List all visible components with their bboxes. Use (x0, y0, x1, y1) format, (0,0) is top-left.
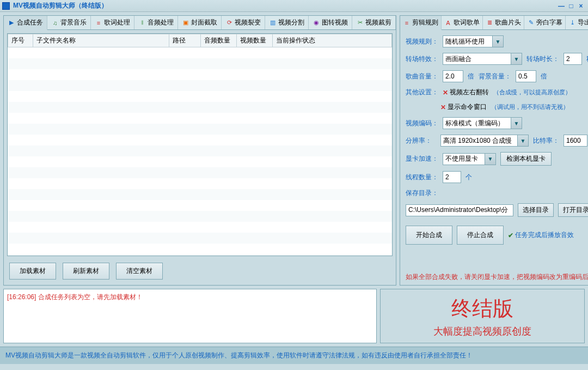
chevron-down-icon[interactable]: ▼ (517, 135, 528, 146)
tab-icon: ♫ (51, 19, 59, 27)
song-vol-input[interactable] (443, 70, 463, 82)
flip-checkbox[interactable]: ✕视频左右翻转 (443, 88, 489, 97)
col-音频数量[interactable]: 音频数量 (201, 34, 237, 47)
clear-button[interactable]: 清空素材 (116, 263, 163, 280)
transition-dur-label: 转场时长： (526, 54, 559, 64)
savedir-input[interactable] (406, 204, 513, 216)
transition-label: 转场特效： (406, 54, 438, 64)
tab-icon: ⤓ (568, 19, 576, 27)
tab-icon: ≡ (403, 19, 411, 27)
col-子文件夹名称[interactable]: 子文件夹名称 (33, 34, 169, 47)
tab-图转视频[interactable]: ◉图转视频 (309, 16, 352, 29)
open-dir-button[interactable]: 打开目录 (558, 203, 588, 217)
tab-icon: ▶ (8, 19, 15, 27)
maximize-button[interactable]: □ (566, 2, 576, 10)
tab-icon: ≣ (486, 19, 493, 27)
refresh-button[interactable]: 刷新素材 (63, 263, 109, 280)
col-视频数量[interactable]: 视频数量 (237, 34, 273, 47)
tab-icon: ✎ (527, 19, 535, 27)
tab-歌曲片头[interactable]: ≣歌曲片头 (483, 16, 524, 29)
gpu-label: 显卡加速： (406, 154, 438, 163)
gpu-dropdown[interactable]: ▼ (443, 153, 496, 165)
col-当前操作状态[interactable]: 当前操作状态 (273, 34, 392, 47)
tab-封面截取[interactable]: ▣封面截取 (178, 16, 222, 29)
tab-icon: ✂ (356, 19, 364, 27)
tab-导出标题[interactable]: ⤓导出标题 (566, 16, 588, 29)
stop-button[interactable]: 停止合成 (457, 226, 504, 245)
tab-icon: ▣ (182, 19, 189, 27)
tab-音频处理[interactable]: ⦀音频处理 (134, 16, 178, 29)
col-序号[interactable]: 序号 (8, 34, 33, 47)
tab-视频裁剪[interactable]: ✂视频裁剪 (352, 16, 396, 29)
tab-剪辑规则[interactable]: ≡剪辑规则 (400, 16, 442, 30)
bitrate-input[interactable] (564, 135, 587, 147)
detect-gpu-button[interactable]: 检测本机显卡 (500, 152, 552, 166)
minimize-button[interactable]: — (556, 2, 566, 10)
tab-歌词歌单[interactable]: A歌词歌单 (442, 16, 483, 29)
brand-sub: 大幅度提高视频原创度 (433, 325, 531, 338)
footer-text: MV视频自动剪辑大师是一款视频全自动剪辑软件，仅用于个人原创视频制作、提高剪辑效… (5, 351, 473, 360)
chevron-down-icon[interactable]: ▼ (511, 118, 522, 129)
tab-视频裂变[interactable]: ⟳视频裂变 (222, 16, 265, 29)
check-icon: ✔ (508, 232, 513, 239)
x-icon: ✕ (443, 89, 448, 96)
tab-icon: ⟳ (225, 19, 233, 27)
transition-dur-input[interactable] (564, 53, 582, 65)
start-button[interactable]: 开始合成 (406, 226, 452, 245)
song-vol-label: 歌曲音量： (406, 72, 438, 81)
load-button[interactable]: 加载素材 (9, 263, 56, 280)
res-label: 分辨率： (406, 136, 436, 145)
choose-dir-button[interactable]: 选择目录 (518, 203, 554, 217)
tab-icon: ⦀ (138, 19, 146, 27)
x-icon: ✕ (440, 104, 446, 111)
brand-panel: 终结版 大幅度提高视频原创度 (380, 289, 585, 343)
log-panel: [16:26:06] 合成任务列表为空，请先加载素材！ (3, 289, 377, 343)
bitrate-label: 比特率： (533, 136, 559, 145)
col-路径[interactable]: 路径 (169, 34, 201, 47)
footer: MV视频自动剪辑大师是一款视频全自动剪辑软件，仅用于个人原创视频制作、提高剪辑效… (0, 347, 588, 364)
tab-icon: ≡ (95, 19, 102, 27)
titlebar: MV视频自动剪辑大师（终结版） — □ × (0, 0, 588, 12)
left-panel: ▶合成任务♫背景音乐≡歌词处理⦀音频处理▣封面截取⟳视频裂变▥视频分割◉图转视频… (3, 15, 396, 286)
other-label: 其他设置： (406, 88, 438, 97)
video-rule-dropdown[interactable]: ▼ (443, 35, 504, 47)
brand-big: 终结版 (451, 295, 513, 323)
close-button[interactable]: × (576, 2, 586, 10)
tab-歌词处理[interactable]: ≡歌词处理 (91, 16, 134, 29)
app-icon (2, 2, 10, 10)
encode-dropdown[interactable]: ▼ (443, 117, 522, 129)
title-text: MV视频自动剪辑大师（终结版） (13, 1, 108, 10)
tab-icon: ▥ (269, 19, 277, 27)
log-line: [16:26:06] 合成任务列表为空，请先加载素材！ (7, 293, 373, 302)
transition-dropdown[interactable]: ▼ (443, 53, 522, 65)
right-tabbar: ≡剪辑规则A歌词歌单≣歌曲片头✎旁白字幕⤓导出标题 (400, 16, 588, 30)
tab-合成任务[interactable]: ▶合成任务 (4, 16, 47, 30)
sound-after-checkbox[interactable]: ✔任务完成后播放音效 (508, 231, 574, 240)
res-dropdown[interactable]: ▼ (440, 135, 529, 147)
encode-label: 视频编码： (406, 119, 438, 128)
threads-label: 线程数量： (406, 173, 438, 182)
fail-hint: 如果全部合成失败，请关闭显卡加速，把视频编码改为重编码后重试 (406, 272, 588, 282)
savedir-label: 保存目录： (406, 189, 438, 198)
tab-背景音乐[interactable]: ♫背景音乐 (47, 16, 91, 29)
task-table: 序号子文件夹名称路径音频数量视频数量当前操作状态 (7, 33, 393, 256)
bg-vol-input[interactable] (516, 70, 536, 82)
tab-icon: A (444, 19, 452, 27)
chevron-down-icon[interactable]: ▼ (485, 154, 495, 165)
chevron-down-icon[interactable]: ▼ (511, 53, 522, 64)
tab-旁白字幕[interactable]: ✎旁白字幕 (524, 16, 566, 29)
cmd-checkbox[interactable]: ✕显示命令窗口 (440, 102, 487, 112)
bg-vol-label: 背景音量： (479, 72, 511, 81)
threads-input[interactable] (443, 171, 461, 183)
left-tabbar: ▶合成任务♫背景音乐≡歌词处理⦀音频处理▣封面截取⟳视频裂变▥视频分割◉图转视频… (4, 16, 396, 30)
right-panel: ≡剪辑规则A歌词歌单≣歌曲片头✎旁白字幕⤓导出标题 视频规则： ▼ 转场特效： … (400, 15, 588, 286)
chevron-down-icon[interactable]: ▼ (492, 36, 503, 47)
tab-icon: ◉ (313, 19, 320, 27)
tab-视频分割[interactable]: ▥视频分割 (265, 16, 309, 29)
video-rule-label: 视频规则： (406, 37, 438, 46)
table-body[interactable] (8, 47, 392, 256)
